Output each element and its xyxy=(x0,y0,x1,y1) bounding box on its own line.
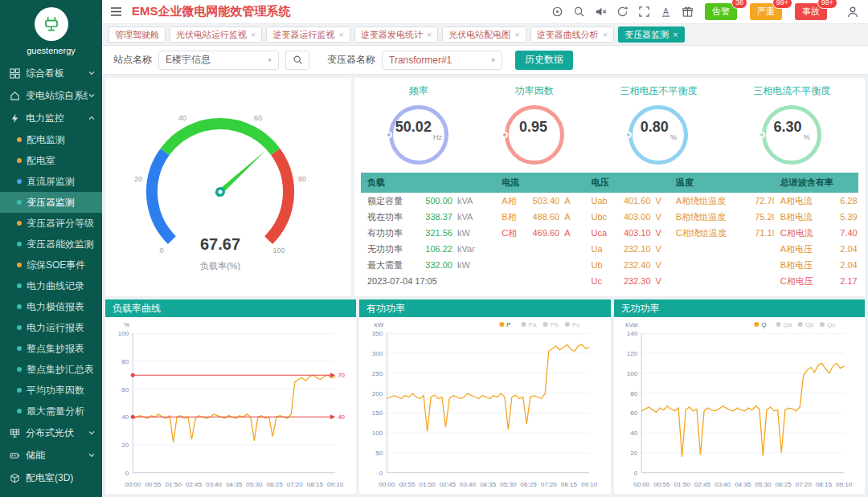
tab[interactable]: 逆变器发电统计× xyxy=(354,26,438,43)
search-icon[interactable] xyxy=(571,5,586,19)
sidebar-item[interactable]: 配电室(3D) xyxy=(0,466,102,489)
load-rate-chart[interactable]: 020406080100%00:0000:5501:5002:4503:4004… xyxy=(105,317,356,494)
svg-text:20: 20 xyxy=(134,175,142,183)
alarm-button[interactable]: 告警38 xyxy=(705,3,737,20)
sidebar-item[interactable]: 综合看板 xyxy=(0,62,102,84)
room-icon xyxy=(10,473,22,483)
svg-text:09:10: 09:10 xyxy=(327,481,344,488)
sidebar-subitem[interactable]: 电力极值报表 xyxy=(0,296,102,317)
target-icon[interactable] xyxy=(550,5,564,19)
app-root: guestenergy 综合看板变电站综自系统电力监控配电监测配电室直流屏监测变… xyxy=(0,0,868,497)
history-data-button[interactable]: 历史数据 xyxy=(515,51,573,70)
svg-text:04:35: 04:35 xyxy=(480,481,497,488)
transformer-select[interactable]: Transformer#1 ▾ xyxy=(382,51,502,70)
sidebar-subitem[interactable]: 综保SOE事件 xyxy=(0,255,102,275)
user-icon[interactable] xyxy=(845,5,860,19)
sidebar-item[interactable]: 电力监控 xyxy=(0,107,102,129)
refresh-icon[interactable] xyxy=(615,5,629,19)
svg-text:00:55: 00:55 xyxy=(145,481,162,488)
sidebar-subitem[interactable]: 整点集抄汇总表 xyxy=(0,359,102,380)
sidebar-subitem[interactable]: 最大需量分析 xyxy=(0,401,102,422)
sidebar-subitem[interactable]: 直流屏监测 xyxy=(0,171,102,192)
tab[interactable]: 光伏电站运行监视× xyxy=(170,26,262,43)
site-name-input[interactable]: E楼宇信息 ▾ xyxy=(158,51,279,70)
svg-text:03:40: 03:40 xyxy=(714,481,731,488)
tab[interactable]: 管理驾驶舱 xyxy=(108,26,166,43)
table-cell: Uca403.10V xyxy=(585,228,669,238)
svg-text:250: 250 xyxy=(372,370,383,377)
close-icon[interactable]: × xyxy=(603,31,608,39)
svg-text:350: 350 xyxy=(372,330,383,337)
table-header-cell: 负载 xyxy=(361,173,495,193)
ring-marker-dot xyxy=(386,132,392,138)
tab[interactable]: 逆变器运行监视× xyxy=(266,26,350,43)
svg-text:04:35: 04:35 xyxy=(226,481,243,488)
svg-text:P: P xyxy=(507,321,511,328)
sidebar-subitem[interactable]: 变压器监测 xyxy=(0,192,102,213)
table-cell: C相469.60A xyxy=(495,227,584,239)
gift-icon[interactable] xyxy=(680,5,694,19)
chevron-up-icon xyxy=(88,114,96,122)
sidebar-subitem[interactable]: 配电监测 xyxy=(0,129,102,150)
table-cell: A相绕组温度72.70℃ xyxy=(669,195,774,207)
table-cell: Uab401.60V xyxy=(585,196,669,206)
svg-text:80: 80 xyxy=(630,390,637,397)
tab[interactable]: 逆变器曲线分析× xyxy=(530,26,614,43)
sidebar-item[interactable]: 储能 xyxy=(0,444,102,466)
svg-text:05:30: 05:30 xyxy=(501,481,518,488)
reactive-power-chart[interactable]: 020406080100120140kVar00:0000:5501:5002:… xyxy=(614,317,865,494)
table-header-cell: 电流 xyxy=(495,173,584,193)
menu-toggle-icon[interactable] xyxy=(108,5,123,19)
tab[interactable]: 变压器监测× xyxy=(618,26,684,43)
close-icon[interactable]: × xyxy=(427,31,432,39)
sidebar-subitem[interactable]: 电力曲线记录 xyxy=(0,275,102,296)
bullet-dot-icon xyxy=(17,179,22,184)
alarm-button[interactable]: 严重99+ xyxy=(750,3,782,20)
sidebar-subitem[interactable]: 电力运行报表 xyxy=(0,317,102,338)
svg-text:40: 40 xyxy=(178,114,186,122)
svg-text:0: 0 xyxy=(633,470,637,477)
bullet-dot-icon xyxy=(17,409,22,413)
svg-text:00:00: 00:00 xyxy=(633,481,650,488)
font-size-icon[interactable]: A xyxy=(658,5,673,19)
svg-text:负载率(%): 负载率(%) xyxy=(200,261,240,271)
svg-text:20: 20 xyxy=(121,442,129,449)
table-cell: A相电流6.28% xyxy=(774,195,858,207)
alarm-buttons: 告警38严重99+事故99+ xyxy=(705,3,827,20)
stat-circle: 三相电流不平衡度6.30% xyxy=(753,84,830,165)
table-header-cell: 温度 xyxy=(669,173,774,193)
close-icon[interactable]: × xyxy=(251,31,256,39)
table-cell: B相电压2.04% xyxy=(774,259,858,271)
sidebar-subitem[interactable]: 配电室 xyxy=(0,150,102,171)
table-cell: B相488.60A xyxy=(495,211,584,223)
fullscreen-icon[interactable] xyxy=(637,5,651,19)
ring-marker-dot xyxy=(625,132,632,138)
search-button[interactable] xyxy=(285,51,309,70)
mute-icon[interactable] xyxy=(593,5,608,19)
svg-text:07:20: 07:20 xyxy=(287,481,304,488)
sidebar-item[interactable]: 变电站综自系统 xyxy=(0,84,102,107)
svg-text:0: 0 xyxy=(379,470,383,477)
tab[interactable]: 光伏电站配电图× xyxy=(442,26,526,43)
sidebar-subitem[interactable]: 整点集抄报表 xyxy=(0,338,102,359)
sidebar-subitem[interactable]: 变压器能效监测 xyxy=(0,234,102,255)
sidebar-item[interactable]: 分布式光伏 xyxy=(0,422,102,444)
table-cell: A相503.40A xyxy=(495,195,584,207)
close-icon[interactable]: × xyxy=(338,31,343,39)
charger-logo-icon xyxy=(41,14,62,35)
close-icon[interactable]: × xyxy=(673,31,678,39)
close-icon[interactable]: × xyxy=(514,31,519,39)
alarm-button[interactable]: 事故99+ xyxy=(795,3,827,20)
sidebar-subitem[interactable]: 平均功率因数 xyxy=(0,380,102,401)
table-cell: B相电流5.39% xyxy=(774,211,858,223)
stat-circle: 功率因数0.95 xyxy=(505,84,564,165)
svg-text:150: 150 xyxy=(372,409,383,417)
chart-title: 无功功率 xyxy=(614,299,865,317)
active-power-chart[interactable]: 050100150200250300350kW00:0000:5501:5002… xyxy=(359,317,610,494)
chevron-down-icon xyxy=(88,92,96,100)
sidebar-subitem[interactable]: 变压器评分等级 xyxy=(0,213,102,234)
svg-text:Qc: Qc xyxy=(827,321,835,328)
svg-text:40: 40 xyxy=(630,430,637,437)
transformer-name-label: 变压器名称 xyxy=(327,53,375,67)
bullet-dot-icon xyxy=(17,221,22,226)
